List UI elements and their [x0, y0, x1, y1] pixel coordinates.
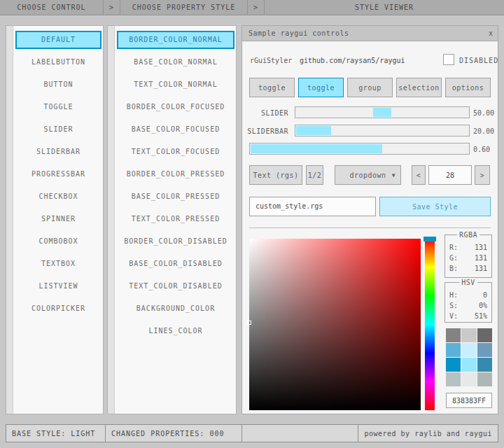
hsv-title: HSV	[459, 279, 477, 286]
slider-handle[interactable]	[373, 108, 391, 117]
slider[interactable]	[295, 106, 470, 118]
palette-swatch[interactable]	[446, 343, 461, 357]
toggle-group: toggle toggle group selection options	[249, 78, 491, 97]
toggle-button-options[interactable]: options	[445, 78, 491, 97]
palette-swatch[interactable]	[477, 372, 492, 386]
save-style-button[interactable]: Save Style	[379, 197, 491, 216]
progressbar-value: 0.60	[473, 146, 490, 153]
palette-swatch[interactable]	[446, 328, 461, 342]
property-item-text-color-disabled[interactable]: TEXT_COLOR_DISABLED	[117, 277, 234, 295]
palette-swatch[interactable]	[461, 358, 476, 372]
property-item-border-color-pressed[interactable]: BORDER_COLOR_PRESSED	[117, 165, 234, 183]
dropdown[interactable]: dropdown ▼	[335, 165, 401, 185]
breadcrumb-style-viewer: STYLE VIEWER	[265, 0, 504, 15]
property-item-text-color-focused[interactable]: TEXT_COLOR_FOCUSED	[117, 143, 234, 161]
rgba-title: RGBA	[457, 231, 479, 239]
property-item-border-color-focused[interactable]: BORDER_COLOR_FOCUSED	[117, 98, 234, 116]
breadcrumb-bar: CHOOSE CONTROL > CHOOSE PROPERTY STYLE >…	[0, 0, 504, 15]
status-powered-by: powered by raylib and raygui	[358, 425, 498, 442]
properties-list-panel: BORDER_COLOR_NORMAL BASE_COLOR_NORMAL TE…	[107, 25, 237, 414]
control-item-combobox[interactable]: COMBOBOX	[15, 232, 102, 251]
repo-link[interactable]: github.com/raysan5/raygui	[300, 57, 405, 64]
property-item-lines-color[interactable]: LINES_COLOR	[117, 322, 234, 340]
slider-value: 50.00	[473, 109, 494, 117]
sliderbar[interactable]	[295, 125, 470, 136]
style-filename-input[interactable]: custom_style.rgs	[249, 197, 376, 216]
disabled-checkbox[interactable]	[443, 54, 454, 65]
toggle-button-group[interactable]: group	[347, 78, 393, 97]
toggle-button-2-active[interactable]: toggle	[298, 78, 344, 97]
controls-list-panel: DEFAULT LABELBUTTON BUTTON TOGGLE SLIDER…	[6, 25, 104, 414]
rgba-blue-label: B:	[449, 265, 458, 272]
property-item-base-color-focused[interactable]: BASE_COLOR_FOCUSED	[117, 120, 234, 139]
hsv-group: HSV H: 0 S: 0% V: 51%	[444, 282, 492, 323]
palette-swatch[interactable]	[461, 328, 476, 342]
palette-swatch[interactable]	[446, 372, 461, 386]
hsv-hue-label: H:	[449, 291, 458, 299]
rgba-green-label: G:	[449, 254, 458, 262]
palette-swatch[interactable]	[461, 372, 476, 386]
property-item-border-color-disabled[interactable]: BORDER_COLOR_DISABLED	[117, 232, 234, 251]
rgba-group: RGBA R: 131 G: 131 B: 131	[444, 234, 492, 278]
color-picker-area[interactable]	[249, 239, 421, 410]
spinner-increment-button[interactable]: >	[475, 165, 490, 185]
status-bar: BASE STYLE: LIGHT CHANGED PROPERTIES: 00…	[6, 424, 498, 442]
color-picker-cursor	[247, 321, 251, 325]
rgba-red-row: R: 131	[445, 242, 491, 253]
breadcrumb-choose-control: CHOOSE CONTROL	[0, 0, 104, 15]
controls-list-scrollbar[interactable]	[6, 26, 13, 414]
half-button[interactable]: 1/2	[306, 165, 323, 185]
property-item-text-color-normal[interactable]: TEXT_COLOR_NORMAL	[117, 76, 234, 94]
window-title: Sample raygui controls	[242, 29, 349, 37]
control-item-default[interactable]: DEFAULT	[15, 31, 102, 49]
rgba-green-row: G: 131	[445, 253, 491, 263]
palette-swatch[interactable]	[477, 343, 492, 357]
progressbar-fill	[251, 144, 382, 153]
control-item-colorpicker[interactable]: COLORPICKER	[15, 300, 102, 318]
hue-slider-handle[interactable]	[424, 237, 436, 241]
status-spacer	[242, 425, 358, 442]
property-item-base-color-normal[interactable]: BASE_COLOR_NORMAL	[117, 53, 234, 71]
property-item-background-color[interactable]: BACKGROUND_COLOR	[117, 300, 234, 318]
palette-swatch[interactable]	[477, 358, 492, 372]
control-item-progressbar[interactable]: PROGRESSBAR	[15, 165, 102, 183]
palette-swatch[interactable]	[446, 358, 461, 372]
property-item-base-color-disabled[interactable]: BASE_COLOR_DISABLED	[117, 255, 234, 273]
control-item-spinner[interactable]: SPINNER	[15, 210, 102, 228]
disabled-checkbox-label: DISABLED	[459, 57, 498, 64]
control-item-toggle[interactable]: TOGGLE	[15, 98, 102, 116]
app-name-label: rGuiStyler	[250, 57, 292, 64]
hsv-saturation-value: 0%	[479, 302, 487, 309]
control-item-sliderbar[interactable]: SLIDERBAR	[15, 143, 102, 161]
property-item-text-color-pressed[interactable]: TEXT_COLOR_PRESSED	[117, 210, 234, 228]
sliderbar-value: 20.00	[473, 127, 494, 135]
property-item-border-color-normal[interactable]: BORDER_COLOR_NORMAL	[117, 31, 234, 49]
text-rgs-button[interactable]: Text (rgs)	[249, 165, 302, 185]
toggle-button-selection[interactable]: selection	[396, 78, 442, 97]
property-item-base-color-pressed[interactable]: BASE_COLOR_PRESSED	[117, 188, 234, 206]
control-item-checkbox[interactable]: CHECKBOX	[15, 188, 102, 206]
spinner-value[interactable]: 28	[428, 165, 472, 185]
hsv-value-value: 51%	[475, 312, 487, 320]
control-item-labelbutton[interactable]: LABELBUTTON	[15, 53, 102, 71]
close-icon[interactable]: x	[484, 29, 498, 37]
palette-swatch[interactable]	[477, 328, 492, 342]
chevron-down-icon: ▼	[392, 172, 396, 178]
control-item-textbox[interactable]: TEXTBOX	[15, 255, 102, 273]
toggle-button-1[interactable]: toggle	[249, 78, 295, 97]
rgba-red-label: R:	[449, 244, 458, 251]
status-changed-properties: CHANGED PROPERTIES: 000	[106, 425, 242, 442]
control-item-slider[interactable]: SLIDER	[15, 120, 102, 139]
rgba-blue-row: B: 131	[445, 263, 491, 274]
progressbar	[249, 143, 470, 155]
hex-color-input[interactable]: 838383FF	[446, 393, 492, 408]
hsv-hue-value: 0	[483, 291, 487, 299]
palette-swatch[interactable]	[461, 343, 476, 357]
hsv-value-row: V: 51%	[445, 311, 491, 321]
hue-slider[interactable]	[425, 239, 435, 410]
control-item-listview[interactable]: LISTVIEW	[15, 277, 102, 295]
control-item-button[interactable]: BUTTON	[15, 76, 102, 94]
window-titlebar[interactable]: Sample raygui controls x	[242, 26, 498, 41]
properties-list-scrollbar[interactable]	[108, 26, 115, 414]
spinner-decrement-button[interactable]: <	[412, 165, 426, 185]
